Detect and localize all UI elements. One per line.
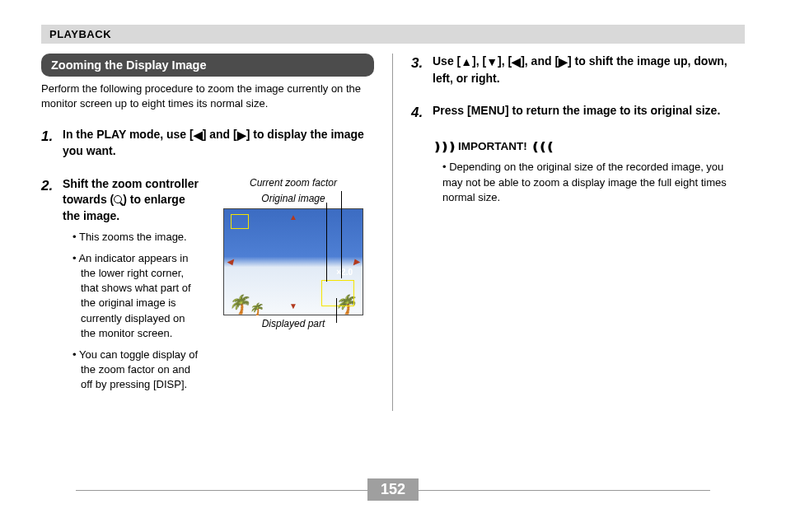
important-heading: ❫❫❫ IMPORTANT! ❪❪❪: [433, 139, 745, 156]
up-arrow-icon: ▲: [289, 212, 297, 223]
topic-title: Zooming the Display Image: [41, 54, 374, 77]
figure: Current zoom factor Original image 🌴 🌴 🌴…: [213, 176, 374, 399]
text: Depending on the original size of the re…: [442, 161, 727, 203]
zoom-outline-inner: [231, 214, 249, 229]
important-text: • Depending on the original size of the …: [411, 160, 745, 205]
step-2: 2. Shift the zoom controller towards () …: [41, 176, 374, 399]
left-arrow-icon: ◀: [227, 256, 233, 268]
down-arrow-icon: ▼: [486, 54, 498, 71]
leader-line: [326, 203, 327, 282]
step-number: 3.: [411, 54, 433, 91]
figure-label: Original image: [213, 192, 374, 206]
deco-arrows-right-icon: ❫❫❫: [433, 139, 455, 156]
page-footer: 152: [367, 478, 419, 501]
leader-line: [336, 298, 337, 323]
step-3: 3. Use [▲], [▼], [◀], and [▶] to shift t…: [411, 54, 745, 91]
right-arrow-icon: ▶: [237, 128, 246, 144]
step-text: Shift the zoom controller towards () to …: [63, 176, 201, 399]
bullet-list: This zooms the image. An indicator appea…: [63, 230, 201, 393]
section-header: PLAYBACK: [41, 25, 745, 44]
list-item: An indicator appears in the lower right …: [73, 251, 201, 341]
text: ], [: [472, 54, 486, 68]
tree-icon: 🌴: [227, 292, 250, 318]
right-arrow-icon: ▶: [353, 256, 360, 268]
list-item: You can toggle display of the zoom facto…: [73, 348, 201, 393]
step-number: 4.: [411, 103, 433, 124]
magnifier-icon: [114, 195, 123, 204]
zoom-outline-outer: [321, 280, 354, 306]
text: ] and [: [203, 128, 237, 141]
step-1: 1. In the PLAY mode, use [◀] and [▶] to …: [41, 127, 374, 165]
text: ], and [: [521, 54, 559, 68]
down-arrow-icon: ▼: [289, 301, 297, 312]
important-label: IMPORTANT!: [458, 139, 527, 155]
page-number: 152: [367, 478, 419, 501]
deco-arrows-left-icon: ❪❪❪: [531, 139, 553, 156]
text: Use [: [433, 54, 461, 68]
step-heading: Use [▲], [▼], [◀], and [▶] to shift the …: [433, 54, 745, 86]
step-heading: Press [MENU] to return the image to its …: [433, 103, 745, 119]
step-number: 1.: [41, 127, 63, 165]
left-arrow-icon: ◀: [512, 54, 521, 71]
step-number: 2.: [41, 176, 63, 399]
right-column: 3. Use [▲], [▼], [◀], and [▶] to shift t…: [393, 54, 745, 411]
zoom-factor-indicator: ×2.0: [336, 267, 353, 278]
step-heading: In the PLAY mode, use [◀] and [▶] to dis…: [63, 127, 374, 160]
zoom-preview-image: 🌴 🌴 🌴 ▲ ▼ ◀ ▶ ×2.0: [223, 208, 363, 315]
footer-rule: [76, 490, 389, 491]
list-item: This zooms the image.: [73, 230, 201, 245]
figure-label: Current zoom factor: [213, 176, 374, 190]
text: ], [: [498, 54, 512, 68]
step-4: 4. Press [MENU] to return the image to i…: [411, 103, 745, 124]
figure-label: Displayed part: [213, 317, 374, 331]
manual-page: PLAYBACK Zooming the Display Image Perfo…: [41, 25, 745, 507]
step-heading: Shift the zoom controller towards () to …: [63, 176, 201, 225]
left-column: Zooming the Display Image Perform the fo…: [41, 54, 393, 411]
text: In the PLAY mode, use [: [63, 128, 194, 141]
footer-rule: [397, 490, 710, 491]
content-columns: Zooming the Display Image Perform the fo…: [41, 54, 745, 411]
left-arrow-icon: ◀: [194, 128, 203, 144]
tree-icon: 🌴: [249, 301, 263, 318]
intro-text: Perform the following procedure to zoom …: [41, 82, 374, 111]
leader-line: [341, 191, 342, 278]
up-arrow-icon: ▲: [461, 54, 472, 71]
right-arrow-icon: ▶: [559, 54, 568, 71]
